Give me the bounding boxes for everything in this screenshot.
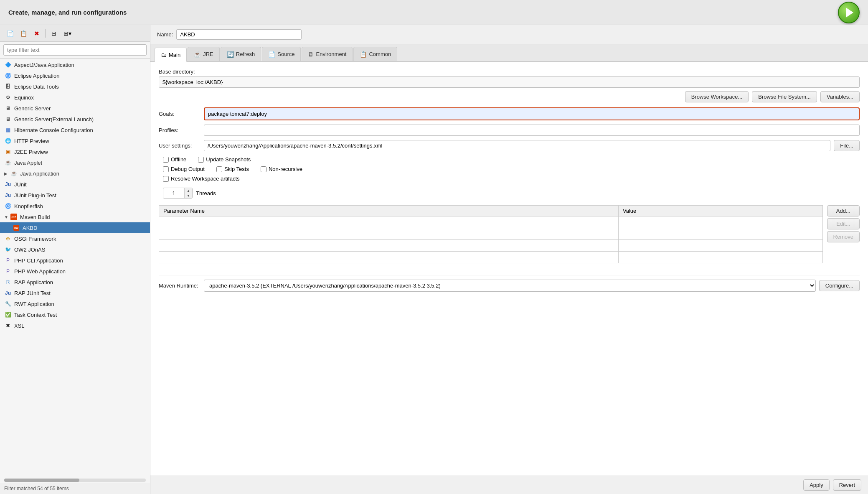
sidebar-scrollbar[interactable] [4,479,146,482]
sidebar-item-generic-server-ext[interactable]: 🖥 Generic Server(External Launch) [0,114,150,125]
tab-source-label: Source [277,51,294,57]
non-recursive-checkbox[interactable] [261,166,266,172]
tab-common[interactable]: 📋 Common [353,47,397,61]
sidebar-item-http[interactable]: 🌐 HTTP Preview [0,135,150,146]
j2ee-icon: ▣ [4,148,12,155]
table-buttons: Add... Edit... Remove [827,205,860,269]
parameter-table: Parameter Name Value [159,205,823,263]
goals-input-wrapper [204,107,860,120]
spinner-arrows: ▲ ▼ [184,188,192,198]
php-web-icon: P [4,267,12,275]
sidebar-item-generic-server[interactable]: 🖥 Generic Server [0,103,150,114]
sidebar-item-ow2[interactable]: 🐦 OW2 JOnAS [0,244,150,255]
bottom-bar: Apply Revert [150,476,868,494]
sidebar-item-eclipse-data[interactable]: 🗄 Eclipse Data Tools [0,81,150,92]
debug-output-checkbox[interactable] [163,166,169,172]
tab-jre[interactable]: ☕ JRE [188,47,220,61]
file-button[interactable]: File... [834,140,860,151]
sidebar-item-j2ee[interactable]: ▣ J2EE Preview [0,146,150,157]
tab-refresh[interactable]: 🔄 Refresh [221,47,261,61]
apply-button[interactable]: Apply [803,479,830,491]
sidebar-item-akbd[interactable]: m2 AKBD [0,222,150,233]
sidebar-item-label: Maven Build [20,214,50,220]
task-icon: ✅ [4,311,12,318]
goals-input[interactable] [205,108,859,120]
browse-workspace-button[interactable]: Browse Workspace... [685,91,749,102]
edit-parameter-button[interactable]: Edit... [827,218,860,229]
tab-refresh-label: Refresh [236,51,255,57]
spinner-up[interactable]: ▲ [185,188,192,193]
new-config-button[interactable]: 📄 [4,28,16,39]
sidebar-item-osgi[interactable]: ⊕ OSGi Framework [0,233,150,244]
update-snapshots-checkbox[interactable] [198,157,204,163]
profiles-input[interactable] [204,125,860,136]
tab-source[interactable]: 📄 Source [262,47,301,61]
sidebar-item-eclipse-app[interactable]: 🌀 Eclipse Application [0,70,150,81]
sidebar-item-junit[interactable]: Ju JUnit [0,179,150,190]
checkbox-row-2: Debug Output Skip Tests Non-recursive [163,166,855,172]
duplicate-icon: 📋 [20,30,27,37]
offline-checkbox-label[interactable]: Offline [163,156,186,163]
threads-label: Threads [196,190,216,196]
filter-button[interactable]: ⊞▾ [61,28,73,39]
sidebar-item-java-app[interactable]: ▶ ☕ Java Application [0,168,150,179]
sidebar-item-knopflerfish[interactable]: 🌀 Knopflerfish [0,201,150,211]
skip-tests-checkbox[interactable] [216,166,222,172]
revert-button[interactable]: Revert [833,479,861,491]
sidebar-item-php-web[interactable]: P PHP Web Application [0,266,150,277]
add-parameter-button[interactable]: Add... [827,205,860,216]
sidebar-item-php-cli[interactable]: P PHP CLI Application [0,255,150,266]
tab-main[interactable]: 🗂 Main [155,48,187,62]
resolve-workspace-checkbox[interactable] [163,176,169,182]
goals-label: Goals: [159,111,201,117]
checkboxes-area: Offline Update Snapshots Debug Output Sk… [159,156,860,182]
search-input[interactable] [3,44,147,56]
sidebar-item-junit-plugin[interactable]: Ju JUnit Plug-in Test [0,190,150,201]
applet-icon: ☕ [4,159,12,166]
table-cell [618,228,822,240]
sidebar-item-rap-junit[interactable]: Ju RAP JUnit Test [0,288,150,298]
skip-tests-checkbox-label[interactable]: Skip Tests [216,166,249,172]
osgi-icon: ⊕ [4,235,12,242]
spinner-down[interactable]: ▼ [185,193,192,198]
offline-checkbox[interactable] [163,157,169,163]
sidebar-item-rwt[interactable]: 🔧 RWT Application [0,298,150,309]
configure-button[interactable]: Configure... [819,280,860,291]
browse-filesystem-button[interactable]: Browse File System... [752,91,817,102]
sidebar-item-label: Eclipse Application [14,73,59,79]
collapse-icon: ⊟ [51,30,56,37]
sidebar-item-aspectj[interactable]: 🔷 AspectJ/Java Application [0,59,150,70]
non-recursive-checkbox-label[interactable]: Non-recursive [261,166,302,172]
xsl-icon: ✖ [4,322,12,329]
base-dir-input[interactable] [159,76,860,88]
debug-output-checkbox-label[interactable]: Debug Output [163,166,205,172]
sidebar-item-equinox[interactable]: ⚙ Equinox [0,92,150,103]
sidebar-item-hibernate[interactable]: ▦ Hibernate Console Configuration [0,125,150,135]
variables-button[interactable]: Variables... [820,91,860,102]
maven-runtime-select[interactable]: apache-maven-3.5.2 (EXTERNAL /Users/youw… [204,280,816,292]
user-settings-input[interactable] [204,140,830,151]
m2-sm-icon: m2 [13,224,20,232]
tab-main-label: Main [169,52,180,58]
duplicate-config-button[interactable]: 📋 [18,28,29,39]
name-input[interactable] [176,29,302,40]
rwt-icon: 🔧 [4,300,12,308]
sidebar-item-label: Knopflerfish [14,203,43,209]
sidebar-item-maven-build[interactable]: ▼ m2 Maven Build [0,211,150,222]
delete-config-button[interactable]: ✖ [31,28,43,39]
sidebar-item-rap-app[interactable]: R RAP Application [0,277,150,288]
parameter-table-wrapper: Parameter Name Value [159,205,823,269]
tab-environment[interactable]: 🖥 Environment [302,47,353,61]
resolve-workspace-label[interactable]: Resolve Workspace artifacts [163,176,240,182]
refresh-tab-icon: 🔄 [227,51,234,58]
update-snapshots-checkbox-label[interactable]: Update Snapshots [198,156,251,163]
sidebar-item-java-applet[interactable]: ☕ Java Applet [0,157,150,168]
collapse-button[interactable]: ⊟ [48,28,60,39]
threads-row: ▲ ▼ Threads [159,188,860,199]
sidebar-item-xsl[interactable]: ✖ XSL [0,320,150,331]
threads-input[interactable] [163,188,184,198]
base-directory-label-row: Base directory: [159,69,860,75]
sidebar-item-task-context[interactable]: ✅ Task Context Test [0,309,150,320]
remove-parameter-button[interactable]: Remove [827,231,860,242]
run-button[interactable] [838,2,860,23]
